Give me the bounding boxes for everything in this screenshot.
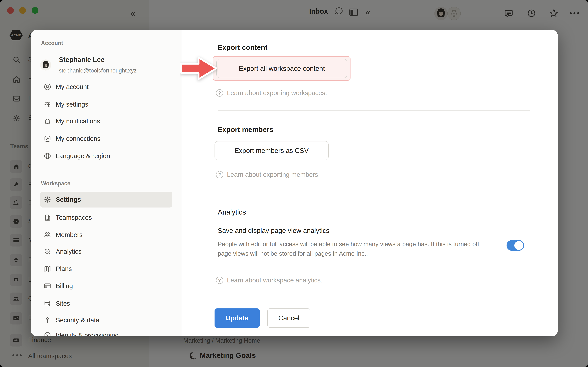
export-content-heading: Export content [218,43,268,51]
analytics-toggle[interactable] [507,240,524,251]
user-name: Stephanie Lee [59,56,104,63]
help-circle-icon: ? [216,171,223,178]
learn-workspace-analytics-link[interactable]: ? Learn about workspace analytics. [216,277,322,284]
sidebar-item-my-notifications[interactable]: My notifications [40,113,172,129]
members-icon [43,231,52,239]
gear-icon [43,196,52,204]
sidebar-item-my-account[interactable]: My account [40,79,172,95]
sidebar-item-settings[interactable]: Settings [40,192,172,208]
sidebar-item-teamspaces[interactable]: Teamspaces [40,210,172,225]
section-divider [218,199,530,199]
analytics-toggle-title: Save and display page view analytics [218,227,329,234]
key-icon [43,316,52,324]
sidebar-item-my-settings[interactable]: My settings [40,97,172,112]
export-members-heading: Export members [218,125,273,134]
map-icon [43,265,52,273]
user-avatar [40,59,51,70]
globe-icon [43,152,52,160]
workspace-section-label: Workspace [41,180,70,187]
export-members-csv-button[interactable]: Export members as CSV [215,141,329,160]
cancel-button[interactable]: Cancel [267,309,310,328]
sidebar-item-analytics[interactable]: Analytics [40,244,172,259]
settings-modal-sidebar: Account Stephanie Lee stephanie@toolsfor… [31,30,182,336]
account-section-label: Account [41,40,63,46]
sidebar-item-billing[interactable]: Billing [40,278,172,294]
section-divider [218,110,530,111]
update-button[interactable]: Update [215,309,260,328]
sliders-icon [43,100,52,108]
help-circle-icon: ? [216,277,223,284]
help-circle-icon: ? [216,89,223,97]
sites-icon [43,300,52,308]
export-all-workspace-content-button[interactable]: Export all workspace content [216,59,347,78]
sidebar-item-members[interactable]: Members [40,227,172,243]
analytics-description: People with edit or full access will be … [218,239,481,258]
connections-icon [43,135,52,143]
app-window: ACME Ac S H I S Teams C P E S [0,0,588,367]
user-email: stephanie@toolsforthought.xyz [59,67,137,74]
learn-exporting-members-link[interactable]: ? Learn about exporting members. [216,171,320,178]
sidebar-item-sites[interactable]: Sites [40,296,172,311]
sidebar-item-language-region[interactable]: Language & region [40,148,172,164]
person-icon [43,83,52,91]
settings-modal: Account Stephanie Lee stephanie@toolsfor… [31,30,558,336]
settings-modal-content: Export content Export all workspace cont… [182,30,558,336]
building-icon [43,214,52,222]
sidebar-item-my-connections[interactable]: My connections [40,131,172,147]
bell-icon [43,117,52,125]
card-icon [43,282,52,290]
analytics-heading: Analytics [218,208,246,216]
sidebar-item-security-data[interactable]: Security & data [40,312,172,328]
learn-exporting-workspaces-link[interactable]: ? Learn about exporting workspaces. [216,89,327,97]
sidebar-item-identity-provisioning[interactable]: Identity & provisioning [40,327,172,336]
sidebar-item-plans[interactable]: Plans [40,261,172,277]
badge-icon [43,331,52,336]
annotation-arrow-icon [180,54,218,83]
analytics-icon [43,248,52,256]
